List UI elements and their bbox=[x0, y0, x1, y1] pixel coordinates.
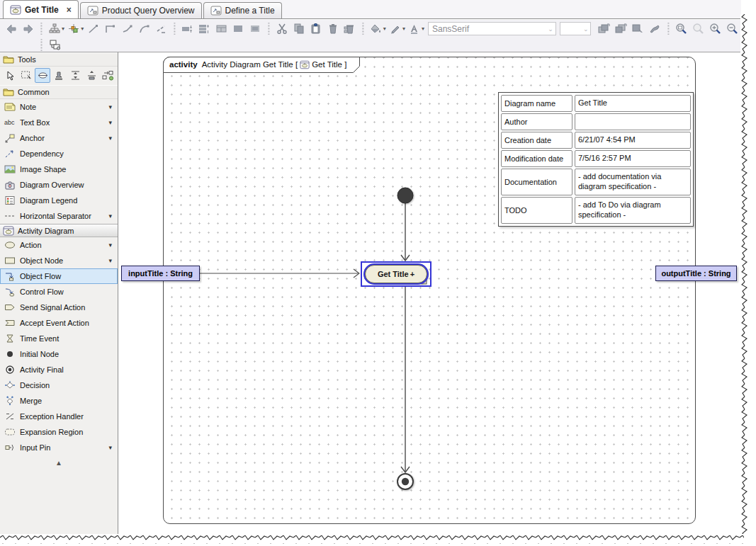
copy-icon[interactable] bbox=[290, 21, 308, 37]
chevron-down-icon[interactable]: ▾ bbox=[108, 257, 115, 264]
stamp-tool[interactable] bbox=[51, 68, 67, 83]
tools-section-header[interactable]: Tools bbox=[0, 52, 118, 67]
tools-header-label: Tools bbox=[18, 55, 36, 64]
diagram-layout-caret-icon[interactable]: ▾ bbox=[62, 25, 64, 32]
edit-appearance-icon[interactable] bbox=[647, 21, 664, 37]
tab-get-title[interactable]: Get Title × bbox=[3, 0, 79, 18]
palette-item-activity-final[interactable]: Activity Final bbox=[0, 362, 118, 377]
palette-item-expansion-region[interactable]: Expansion Region bbox=[0, 424, 118, 440]
zoom-selection-icon[interactable] bbox=[690, 21, 707, 37]
activity-diagram-section-header[interactable]: Activity Diagram bbox=[0, 224, 118, 237]
pointer-tool[interactable] bbox=[2, 68, 18, 83]
forward-icon[interactable] bbox=[20, 21, 37, 37]
palette-item-label: Diagram Legend bbox=[20, 196, 77, 205]
select-in-tree-icon[interactable] bbox=[630, 21, 647, 37]
zoom-out-icon[interactable] bbox=[724, 21, 741, 37]
to-front-icon[interactable] bbox=[595, 21, 612, 37]
to-back-icon[interactable] bbox=[613, 21, 630, 37]
palette-item-exception-handler[interactable]: Exception Handler bbox=[0, 409, 118, 424]
tab-close-icon[interactable]: × bbox=[67, 5, 72, 15]
action-node-get-title[interactable]: Get Title + bbox=[365, 265, 427, 283]
line-color-icon[interactable] bbox=[387, 21, 404, 37]
distribute-vertical-tool[interactable] bbox=[67, 68, 83, 83]
input-pin-label[interactable]: inputTitle : String bbox=[121, 266, 200, 281]
palette-item-object-flow[interactable]: Object Flow bbox=[0, 268, 118, 284]
chevron-down-icon[interactable]: ▾ bbox=[108, 444, 115, 451]
palette-item-note[interactable]: Note ▾ bbox=[0, 99, 118, 115]
back-icon[interactable] bbox=[3, 21, 20, 37]
common-section-header[interactable]: Common bbox=[0, 85, 118, 99]
palette-item-text-box[interactable]: abc Text Box ▾ bbox=[0, 115, 118, 130]
paste-icon[interactable] bbox=[308, 21, 325, 37]
palette-scroll-up-button[interactable]: ▲ bbox=[0, 455, 118, 467]
tab-product-query-overview[interactable]: Product Query Overview bbox=[80, 2, 202, 18]
palette-item-label: Image Shape bbox=[20, 165, 66, 174]
tab-define-a-title[interactable]: Define a Title bbox=[203, 2, 282, 18]
palette-item-object-node[interactable]: Object Node ▾ bbox=[0, 253, 118, 268]
diagram-info-table[interactable]: Diagram name Get Title Author Creation d… bbox=[498, 92, 694, 227]
palette-item-input-pin[interactable]: Input Pin ▾ bbox=[0, 440, 118, 455]
diagram-layout-icon[interactable] bbox=[46, 21, 63, 37]
palette-item-label: Expansion Region bbox=[20, 428, 83, 436]
diagram-canvas[interactable]: activity Activity Diagram Get Title [ Ge… bbox=[118, 52, 740, 534]
palette-item-diagram-overview[interactable]: Diagram Overview bbox=[0, 177, 118, 193]
marquee-select-tool[interactable] bbox=[18, 68, 34, 83]
show-frame-icon[interactable] bbox=[247, 21, 264, 37]
palette-item-decision[interactable]: Decision bbox=[0, 377, 118, 393]
palette-item-control-flow[interactable]: Control Flow bbox=[0, 284, 118, 300]
palette-item-horizontal-separator[interactable]: Horizontal Separator ▾ bbox=[0, 208, 118, 224]
chevron-down-icon[interactable]: ▾ bbox=[108, 119, 115, 126]
quick-layout-icon[interactable] bbox=[65, 21, 82, 37]
path-custom-icon[interactable] bbox=[152, 21, 169, 37]
chevron-down-icon[interactable]: ▾ bbox=[108, 212, 115, 220]
output-pin-label[interactable]: outputTitle : String bbox=[655, 266, 737, 281]
cut-icon[interactable] bbox=[273, 21, 290, 37]
zoom-in-icon[interactable] bbox=[707, 21, 724, 37]
delete-icon[interactable] bbox=[325, 21, 342, 37]
chevron-down-icon[interactable]: ▾ bbox=[108, 241, 115, 249]
chevron-down-icon[interactable]: ▾ bbox=[108, 135, 115, 142]
font-size-combo[interactable]: ⌄ bbox=[560, 22, 592, 35]
palette-item-diagram-legend[interactable]: Diagram Legend bbox=[0, 193, 118, 208]
font-color-caret-icon[interactable]: ▾ bbox=[422, 25, 424, 32]
path-straight-icon[interactable] bbox=[84, 21, 101, 37]
change-tool[interactable] bbox=[100, 68, 115, 83]
font-color-icon[interactable] bbox=[406, 21, 423, 37]
palette-item-initial-node[interactable]: Initial Node bbox=[0, 346, 118, 362]
palette-item-label: Decision bbox=[20, 381, 50, 389]
add-pin-manipulator[interactable]: + bbox=[410, 270, 414, 278]
activity-diagram-icon bbox=[3, 226, 14, 236]
delete-from-model-icon[interactable] bbox=[342, 21, 359, 37]
containment-tree-icon[interactable] bbox=[46, 37, 64, 53]
show-diagram-info-icon[interactable] bbox=[213, 21, 230, 37]
palette-item-send-signal-action[interactable]: Send Signal Action bbox=[0, 300, 118, 315]
palette-item-time-event[interactable]: Time Event bbox=[0, 331, 118, 346]
table-row: Documentation - add documentation via di… bbox=[501, 169, 691, 195]
palette-item-accept-event-action[interactable]: Accept Event Action bbox=[0, 315, 118, 331]
info-label: Author bbox=[501, 113, 572, 130]
zoom-area-icon[interactable] bbox=[673, 21, 690, 37]
path-rectilinear-icon[interactable] bbox=[101, 21, 118, 37]
show-ports-icon[interactable] bbox=[179, 21, 196, 37]
palette-item-merge[interactable]: Merge bbox=[0, 393, 118, 409]
palette-item-image-shape[interactable]: Image Shape bbox=[0, 161, 118, 177]
palette-item-action[interactable]: Action ▾ bbox=[0, 237, 118, 253]
font-family-combo[interactable]: SansSerif ⌄ bbox=[428, 22, 556, 35]
center-vertical-tool[interactable] bbox=[84, 68, 99, 83]
fill-color-icon[interactable] bbox=[368, 21, 385, 37]
line-color-caret-icon[interactable]: ▾ bbox=[402, 25, 405, 32]
path-bezier-icon[interactable] bbox=[135, 21, 152, 37]
palette-item-anchor[interactable]: Anchor ▾ bbox=[0, 130, 118, 146]
path-oblique-icon[interactable] bbox=[118, 21, 135, 37]
show-shape-icon[interactable] bbox=[230, 21, 247, 37]
time-event-icon bbox=[4, 334, 16, 343]
connector-tool[interactable] bbox=[35, 68, 50, 83]
quick-layout-caret-icon[interactable]: ▾ bbox=[81, 25, 84, 32]
chevron-down-icon: ⌄ bbox=[548, 25, 553, 33]
toolbar-separator bbox=[40, 39, 43, 51]
show-compartments-icon[interactable] bbox=[196, 21, 213, 37]
chevron-down-icon[interactable]: ▾ bbox=[108, 103, 115, 110]
palette-item-dependency[interactable]: Dependency bbox=[0, 146, 118, 161]
palette-item-label: Object Flow bbox=[20, 272, 61, 280]
fill-color-caret-icon[interactable]: ▾ bbox=[383, 25, 386, 32]
